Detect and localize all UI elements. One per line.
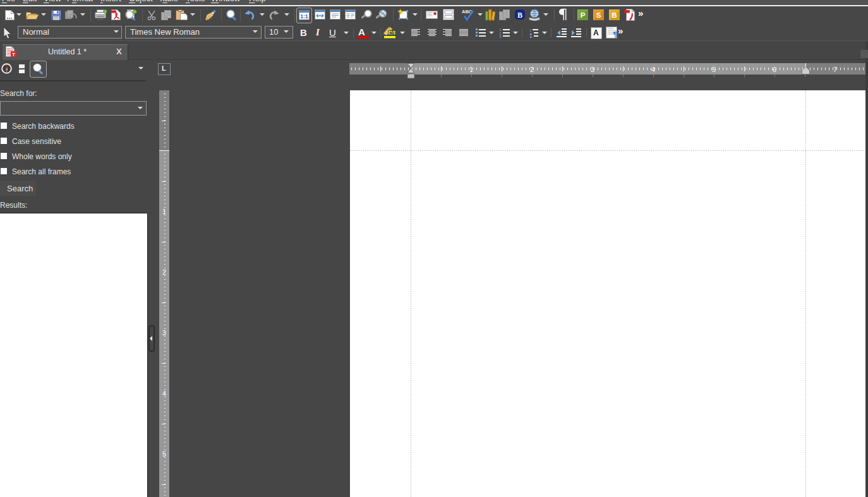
svg-text:ab: ab bbox=[389, 30, 394, 35]
svg-text:T: T bbox=[12, 52, 15, 57]
svg-text:1: 1 bbox=[529, 28, 531, 32]
svg-text:1:1: 1:1 bbox=[300, 13, 308, 20]
svg-text:3: 3 bbox=[499, 35, 501, 38]
svg-text:¶: ¶ bbox=[613, 29, 617, 39]
svg-text:S: S bbox=[596, 11, 601, 19]
svg-text:B: B bbox=[517, 11, 522, 20]
svg-text:P: P bbox=[581, 11, 586, 19]
svg-text:B: B bbox=[612, 11, 617, 19]
